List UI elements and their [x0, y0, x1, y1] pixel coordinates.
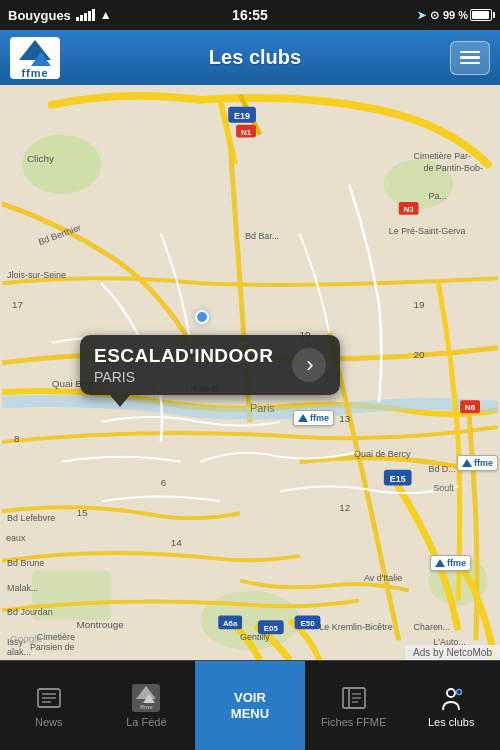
svg-text:N6: N6: [465, 403, 476, 412]
svg-text:A6a: A6a: [223, 619, 238, 628]
svg-text:de Pantin-Bob-: de Pantin-Bob-: [423, 163, 482, 173]
logo-label: ffme: [21, 67, 48, 79]
marker-label: ffme: [474, 458, 493, 468]
svg-text:N3: N3: [404, 205, 415, 214]
svg-text:6: 6: [161, 478, 167, 489]
svg-text:17: 17: [12, 299, 24, 310]
marker-label: ffme: [310, 413, 329, 423]
nav-item-lafede[interactable]: ffme La Fédé: [98, 661, 196, 750]
svg-text:Quai de Bercy: Quai de Bercy: [354, 449, 411, 459]
user-location-dot: [195, 310, 209, 324]
lafede-label: La Fédé: [126, 716, 166, 728]
popup-detail-button[interactable]: [292, 348, 326, 382]
svg-text:E50: E50: [300, 619, 315, 628]
svg-text:Google: Google: [10, 633, 42, 644]
popup-box[interactable]: ESCALAD'INDOOR PARIS: [80, 335, 340, 395]
voirmenu-label: VOIRMENU: [231, 690, 269, 721]
bar3: [84, 13, 87, 21]
gps-icon: ➤: [417, 9, 426, 22]
nav-item-lesclubs[interactable]: Les clubs: [402, 661, 500, 750]
svg-point-72: [447, 689, 455, 697]
nav-item-fichesffme[interactable]: Fiches FFME: [305, 661, 403, 750]
svg-text:Clichy: Clichy: [27, 153, 54, 164]
ffme-marker-3[interactable]: ffme: [457, 455, 498, 471]
status-bar: Bouygues ▲ 16:55 ➤ ⊙ 99 %: [0, 0, 500, 30]
marker-mountain-icon: [462, 459, 472, 467]
svg-text:Pa...: Pa...: [428, 191, 446, 201]
bar5: [92, 9, 95, 21]
svg-text:15: 15: [77, 507, 89, 518]
map-popup[interactable]: ESCALAD'INDOOR PARIS: [80, 335, 340, 395]
svg-text:Soult: Soult: [433, 483, 454, 493]
ffme-marker-1[interactable]: ffme: [293, 410, 334, 426]
clubs-icon: [437, 684, 465, 712]
svg-text:Montrouge: Montrouge: [77, 619, 125, 630]
list-line-2: [460, 56, 480, 59]
svg-text:20: 20: [414, 349, 426, 360]
list-view-button[interactable]: [450, 41, 490, 75]
ffme-logo: ffme: [10, 37, 60, 79]
list-icon: [460, 51, 480, 65]
svg-text:E15: E15: [390, 474, 406, 484]
svg-text:Bd Bar...: Bd Bar...: [245, 231, 279, 241]
lesclubs-label: Les clubs: [428, 716, 474, 728]
svg-text:eaux: eaux: [6, 533, 26, 543]
ffme-marker-2[interactable]: ffme: [430, 555, 471, 571]
svg-text:14: 14: [171, 537, 183, 548]
marker-mountain-icon: [435, 559, 445, 567]
svg-text:Gentilly: Gentilly: [240, 632, 270, 642]
svg-text:Bd Jourdan: Bd Jourdan: [7, 607, 53, 617]
carrier-text: Bouygues: [8, 8, 71, 23]
alarm-icon: ⊙: [430, 9, 439, 22]
svg-text:Bd Brune: Bd Brune: [7, 558, 44, 568]
nav-item-voirmenu[interactable]: VOIRMENU: [195, 661, 305, 750]
marker-mountain-icon: [298, 414, 308, 422]
svg-text:Le Kremlin-Bicêtre: Le Kremlin-Bicêtre: [319, 622, 392, 632]
svg-text:19: 19: [414, 299, 426, 310]
bar2: [80, 15, 83, 21]
signal-bars: [76, 9, 95, 21]
battery-body: [470, 9, 492, 21]
status-time: 16:55: [232, 7, 268, 23]
battery-indicator: 99 %: [443, 9, 492, 21]
app-header: ffme Les clubs: [0, 30, 500, 85]
svg-text:Bd D...: Bd D...: [428, 464, 455, 474]
wifi-icon: ▲: [100, 8, 112, 22]
svg-text:Cimetière: Cimetière: [37, 632, 75, 642]
ads-bar: Ads by NetcoMob: [405, 645, 500, 660]
list-line-1: [460, 51, 480, 54]
ads-label: Ads by NetcoMob: [413, 647, 492, 658]
list-line-3: [460, 62, 480, 65]
news-icon: [35, 684, 63, 712]
bottom-navigation: News ffme La Fédé VOIRMENU Fiches FFME: [0, 660, 500, 750]
svg-text:Cimetière Par-: Cimetière Par-: [414, 151, 471, 161]
svg-text:alak...: alak...: [7, 647, 31, 657]
svg-point-73: [457, 689, 462, 694]
svg-text:Paris: Paris: [250, 402, 275, 414]
fiches-icon: [340, 684, 368, 712]
svg-text:N1: N1: [241, 128, 252, 137]
news-label: News: [35, 716, 63, 728]
popup-club-name: ESCALAD'INDOOR: [94, 345, 282, 367]
page-title: Les clubs: [60, 46, 450, 69]
svg-text:13: 13: [339, 413, 351, 424]
bar1: [76, 17, 79, 21]
bar4: [88, 11, 91, 21]
svg-text:Jlois-sur-Seine: Jlois-sur-Seine: [7, 270, 66, 280]
svg-text:Av d'Italie: Av d'Italie: [364, 573, 402, 583]
popup-text: ESCALAD'INDOOR PARIS: [94, 345, 282, 385]
status-left: Bouygues ▲: [8, 8, 112, 23]
svg-text:E19: E19: [234, 111, 250, 121]
marker-label: ffme: [447, 558, 466, 568]
battery-text: 99 %: [443, 9, 468, 21]
nav-item-news[interactable]: News: [0, 661, 98, 750]
svg-text:Charen...: Charen...: [414, 622, 451, 632]
svg-text:Le Pré-Saint-Gerva: Le Pré-Saint-Gerva: [389, 226, 466, 236]
popup-city: PARIS: [94, 369, 282, 385]
map-container[interactable]: E19 N1 N3 E15 N6 A6a E05 E50 Clichy Jloi…: [0, 85, 500, 660]
svg-text:12: 12: [339, 502, 351, 513]
fichesffme-label: Fiches FFME: [321, 716, 386, 728]
svg-text:Malak...: Malak...: [7, 583, 38, 593]
svg-text:Bd Lefebvre: Bd Lefebvre: [7, 513, 55, 523]
status-right: ➤ ⊙ 99 %: [417, 9, 492, 22]
